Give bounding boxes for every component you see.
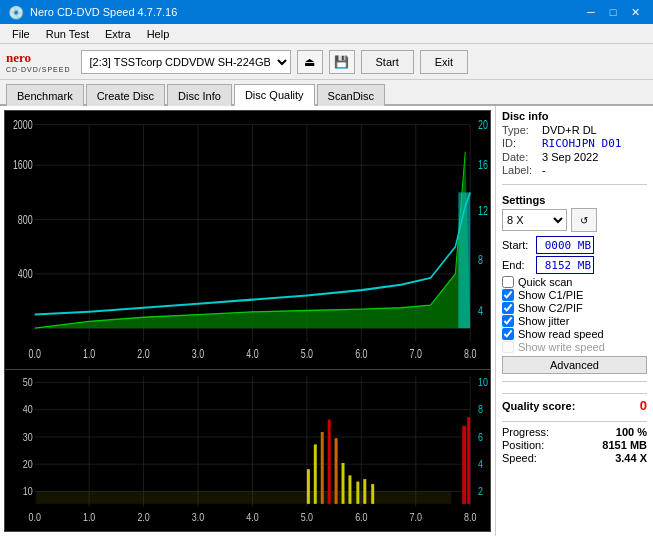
svg-text:4.0: 4.0: [246, 347, 258, 361]
menu-help[interactable]: Help: [139, 27, 178, 41]
svg-text:7.0: 7.0: [410, 511, 423, 523]
svg-text:6.0: 6.0: [355, 511, 368, 523]
tab-benchmark[interactable]: Benchmark: [6, 84, 84, 106]
show-jitter-row: Show jitter: [502, 315, 647, 327]
speed-display-label: Speed:: [502, 452, 537, 464]
svg-text:2000: 2000: [13, 117, 33, 131]
tab-disc-info[interactable]: Disc Info: [167, 84, 232, 106]
eject-button[interactable]: ⏏: [297, 50, 323, 74]
id-value: RICOHJPN D01: [542, 137, 621, 150]
label-value: -: [542, 164, 546, 176]
disc-type-row: Type: DVD+R DL: [502, 124, 647, 136]
svg-text:800: 800: [18, 212, 33, 226]
right-panel: Disc info Type: DVD+R DL ID: RICOHJPN D0…: [495, 106, 653, 536]
cd-dvd-speed-text: CD·DVD/SPEED: [6, 66, 71, 73]
maximize-button[interactable]: □: [603, 4, 623, 20]
main-content: 2000 1600 800 400 20 16 12 8 4: [0, 106, 653, 536]
quality-score-row: Quality score: 0: [502, 393, 647, 413]
menu-run-test[interactable]: Run Test: [38, 27, 97, 41]
toolbar: nero CD·DVD/SPEED [2:3] TSSTcorp CDDVDW …: [0, 44, 653, 80]
svg-rect-22: [458, 192, 470, 328]
app-title: Nero CD-DVD Speed 4.7.7.16: [30, 6, 177, 18]
quick-scan-checkbox[interactable]: [502, 276, 514, 288]
svg-text:2.0: 2.0: [137, 347, 149, 361]
progress-section: Progress: 100 % Position: 8151 MB Speed:…: [502, 421, 647, 465]
svg-rect-65: [371, 484, 374, 504]
date-label: Date:: [502, 151, 538, 163]
show-read-speed-label: Show read speed: [518, 328, 604, 340]
start-button[interactable]: Start: [361, 50, 414, 74]
svg-text:1.0: 1.0: [83, 511, 96, 523]
titlebar-left: 💿 Nero CD-DVD Speed 4.7.7.16: [8, 5, 177, 20]
position-value: 8151 MB: [602, 439, 647, 451]
svg-rect-64: [363, 479, 366, 504]
disc-date-row: Date: 3 Sep 2022: [502, 151, 647, 163]
svg-text:4: 4: [478, 458, 483, 470]
progress-label: Progress:: [502, 426, 549, 438]
show-write-speed-row: Show write speed: [502, 341, 647, 353]
svg-rect-59: [328, 419, 331, 503]
app-icon: 💿: [8, 5, 24, 20]
show-write-speed-label: Show write speed: [518, 341, 605, 353]
close-button[interactable]: ✕: [625, 4, 645, 20]
tab-scan-disc[interactable]: ScanDisc: [317, 84, 385, 106]
show-read-speed-checkbox[interactable]: [502, 328, 514, 340]
svg-rect-56: [307, 469, 310, 504]
chart-top: 2000 1600 800 400 20 16 12 8 4: [5, 111, 490, 370]
svg-text:1.0: 1.0: [83, 347, 95, 361]
svg-text:12: 12: [478, 204, 488, 218]
save-button[interactable]: 💾: [329, 50, 355, 74]
exit-button[interactable]: Exit: [420, 50, 468, 74]
end-mb-row: End: 8152 MB: [502, 256, 647, 274]
advanced-button[interactable]: Advanced: [502, 356, 647, 374]
svg-text:40: 40: [23, 403, 33, 415]
speed-select[interactable]: 8 X 4 X 12 X 16 X MAX: [502, 209, 567, 231]
minimize-button[interactable]: ─: [581, 4, 601, 20]
type-label: Type:: [502, 124, 538, 136]
drive-select[interactable]: [2:3] TSSTcorp CDDVDW SH-224GB SB00: [81, 50, 291, 74]
show-c1-checkbox[interactable]: [502, 289, 514, 301]
menu-extra[interactable]: Extra: [97, 27, 139, 41]
svg-rect-66: [462, 426, 466, 504]
end-label: End:: [502, 259, 532, 271]
show-c2-checkbox[interactable]: [502, 302, 514, 314]
chart-bottom: 50 40 30 20 10 10 8 6 4 2: [5, 370, 490, 531]
tab-disc-quality[interactable]: Disc Quality: [234, 84, 315, 106]
svg-text:7.0: 7.0: [410, 347, 422, 361]
show-read-speed-row: Show read speed: [502, 328, 647, 340]
disc-info-section: Disc info Type: DVD+R DL ID: RICOHJPN D0…: [502, 110, 647, 177]
speed-row: 8 X 4 X 12 X 16 X MAX ↺: [502, 208, 647, 232]
speed-display-value: 3.44 X: [615, 452, 647, 464]
svg-text:20: 20: [478, 117, 488, 131]
settings-section: Settings 8 X 4 X 12 X 16 X MAX ↺ Start: …: [502, 192, 647, 374]
chart-area: 2000 1600 800 400 20 16 12 8 4: [4, 110, 491, 532]
end-input[interactable]: 8152 MB: [536, 256, 594, 274]
tabs: Benchmark Create Disc Disc Info Disc Qua…: [0, 80, 653, 106]
svg-text:50: 50: [23, 376, 33, 388]
svg-text:20: 20: [23, 458, 33, 470]
show-jitter-checkbox[interactable]: [502, 315, 514, 327]
refresh-button[interactable]: ↺: [571, 208, 597, 232]
speed-row-display: Speed: 3.44 X: [502, 452, 647, 464]
svg-text:2: 2: [478, 485, 483, 497]
tab-create-disc[interactable]: Create Disc: [86, 84, 165, 106]
menu-file[interactable]: File: [4, 27, 38, 41]
svg-text:16: 16: [478, 158, 488, 172]
start-input[interactable]: 0000 MB: [536, 236, 594, 254]
nero-logo: nero CD·DVD/SPEED: [6, 50, 71, 73]
show-c2-label: Show C2/PIF: [518, 302, 583, 314]
position-label: Position:: [502, 439, 544, 451]
svg-text:0.0: 0.0: [29, 347, 41, 361]
type-value: DVD+R DL: [542, 124, 597, 136]
svg-rect-62: [348, 475, 351, 504]
id-label: ID:: [502, 137, 538, 150]
svg-rect-61: [342, 463, 345, 504]
disc-info-title: Disc info: [502, 110, 647, 122]
svg-text:400: 400: [18, 266, 33, 280]
divider-1: [502, 184, 647, 185]
progress-value: 100 %: [616, 426, 647, 438]
svg-rect-55: [36, 491, 452, 503]
svg-text:10: 10: [23, 485, 33, 497]
chart-top-svg: 2000 1600 800 400 20 16 12 8 4: [5, 111, 490, 369]
nero-logo-text: nero: [6, 50, 31, 66]
